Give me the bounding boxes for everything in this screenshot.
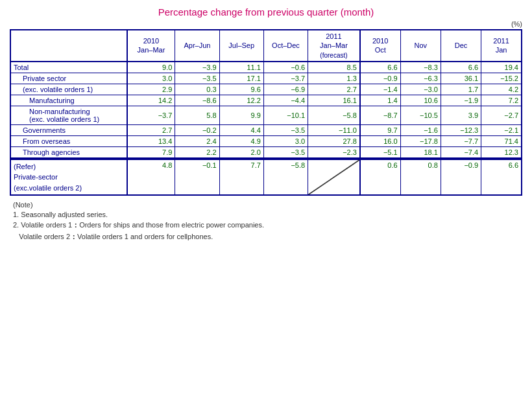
table-cell: 36.1	[441, 73, 481, 84]
table-cell: −2.1	[481, 124, 522, 135]
table-cell: −0.1	[175, 159, 219, 196]
table-cell: −11.0	[308, 124, 360, 135]
header-apr-jun: Apr–Jun	[175, 30, 219, 62]
header-jan-mar: 2010Jan–Mar	[127, 30, 175, 62]
row-label: Governments	[10, 124, 127, 135]
table-cell: −8.7	[360, 106, 400, 124]
table-cell: −8.6	[175, 95, 219, 106]
table-cell: −12.3	[441, 124, 481, 135]
header-dec: Dec	[441, 30, 481, 62]
table-cell: 17.1	[219, 73, 263, 84]
table-cell: 9.9	[219, 106, 263, 124]
table-cell: −3.5	[263, 124, 308, 135]
table-row: Private sector3.0−3.517.1−3.71.3−0.9−6.3…	[10, 73, 522, 84]
note-1: 1. Seasonally adjusted series.	[10, 211, 522, 218]
table-cell: 4.8	[127, 159, 175, 196]
table-cell: 3.0	[127, 73, 175, 84]
table-cell: 5.8	[175, 106, 219, 124]
table-cell: 10.6	[400, 95, 441, 106]
table-cell: 1.4	[360, 95, 400, 106]
table-cell: −0.2	[175, 124, 219, 135]
table-cell: −3.5	[175, 73, 219, 84]
table-cell: −5.8	[308, 106, 360, 124]
table-cell: 7.9	[127, 146, 175, 158]
table-cell: 0.6	[360, 159, 400, 196]
table-cell: 3.9	[441, 106, 481, 124]
row-label: Manufacturing	[10, 95, 127, 106]
note-3: Volatile orders 2：Volatile orders 1 and …	[10, 232, 522, 242]
header-nov: Nov	[400, 30, 441, 62]
table-cell: −10.5	[400, 106, 441, 124]
header-2011-jan-mar: 2011Jan–Mar(forecast)	[308, 30, 360, 62]
header-jul-sep: Jul–Sep	[219, 30, 263, 62]
table-cell: −10.1	[263, 106, 308, 124]
table-cell: −6.3	[400, 73, 441, 84]
refer-row: (Refer) Private-sector(exc.volatile orde…	[10, 159, 522, 196]
table-cell: 4.2	[481, 84, 522, 95]
table-cell: 7.7	[219, 159, 263, 196]
percent-unit: (%)	[10, 20, 522, 28]
table-cell: 13.4	[127, 135, 175, 146]
table-cell: 6.6	[441, 62, 481, 73]
table-cell: −1.6	[400, 124, 441, 135]
table-row: Non-manufacturing(exc. volatile orders 1…	[10, 106, 522, 124]
table-cell: 4.9	[219, 135, 263, 146]
table-row: Manufacturing14.2−8.612.2−4.416.11.410.6…	[10, 95, 522, 106]
note-2: 2. Volatile orders 1：Orders for ships an…	[10, 220, 522, 230]
svg-line-0	[308, 160, 359, 195]
header-oct: 2010Oct	[360, 30, 400, 62]
table-row: From overseas13.42.44.93.027.816.0−17.8−…	[10, 135, 522, 146]
table-cell: 2.9	[127, 84, 175, 95]
table-cell: 16.1	[308, 95, 360, 106]
table-cell: −2.3	[308, 146, 360, 158]
slash-cell	[308, 159, 360, 196]
row-label: Through agencies	[10, 146, 127, 158]
table-cell: −8.3	[400, 62, 441, 73]
table-cell: −6.9	[263, 84, 308, 95]
table-row: (exc. volatile orders 1)2.90.39.6−6.92.7…	[10, 84, 522, 95]
table-cell: 12.3	[481, 146, 522, 158]
header-2011-jan: 2011Jan	[481, 30, 522, 62]
row-label: Private sector	[10, 73, 127, 84]
note-label: (Note)	[10, 201, 522, 209]
table-row: Through agencies7.92.22.0−3.5−2.3−5.118.…	[10, 146, 522, 158]
table-cell: 0.8	[400, 159, 441, 196]
table-cell: −3.7	[263, 73, 308, 84]
table-cell: −0.9	[441, 159, 481, 196]
page-title: Percentage change from previous quarter …	[10, 6, 522, 17]
table-cell: 11.1	[219, 62, 263, 73]
table-cell: 16.0	[360, 135, 400, 146]
table-cell: 18.1	[400, 146, 441, 158]
table-cell: 9.7	[360, 124, 400, 135]
header-oct-dec: Oct–Dec	[263, 30, 308, 62]
table-cell: 8.5	[308, 62, 360, 73]
table-cell: 0.3	[175, 84, 219, 95]
table-cell: 19.4	[481, 62, 522, 73]
table-cell: −4.4	[263, 95, 308, 106]
table-header-row: 2010Jan–Mar Apr–Jun Jul–Sep Oct–Dec 2011…	[10, 30, 522, 62]
header-label-col	[10, 30, 127, 62]
table-row: Total9.0−3.911.1−0.68.56.6−8.36.619.4	[10, 62, 522, 73]
notes-section: (Note) 1. Seasonally adjusted series. 2.…	[10, 201, 522, 242]
table-cell: 9.6	[219, 84, 263, 95]
table-cell: 12.2	[219, 95, 263, 106]
table-cell: 27.8	[308, 135, 360, 146]
table-cell: −2.7	[481, 106, 522, 124]
table-row: Governments2.7−0.24.4−3.5−11.09.7−1.6−12…	[10, 124, 522, 135]
table-cell: 2.4	[175, 135, 219, 146]
table-cell: 2.7	[308, 84, 360, 95]
refer-label: (Refer) Private-sector(exc.volatile orde…	[10, 159, 127, 196]
table-cell: 2.0	[219, 146, 263, 158]
table-cell: −1.9	[441, 95, 481, 106]
main-table: 2010Jan–Mar Apr–Jun Jul–Sep Oct–Dec 2011…	[10, 29, 522, 196]
table-cell: −7.4	[441, 146, 481, 158]
table-cell: −5.8	[263, 159, 308, 196]
table-cell: 6.6	[360, 62, 400, 73]
table-cell: 6.6	[481, 159, 522, 196]
row-label: (exc. volatile orders 1)	[10, 84, 127, 95]
table-cell: −3.9	[175, 62, 219, 73]
table-cell: −0.9	[360, 73, 400, 84]
table-cell: −7.7	[441, 135, 481, 146]
table-cell: 14.2	[127, 95, 175, 106]
table-cell: 1.7	[441, 84, 481, 95]
